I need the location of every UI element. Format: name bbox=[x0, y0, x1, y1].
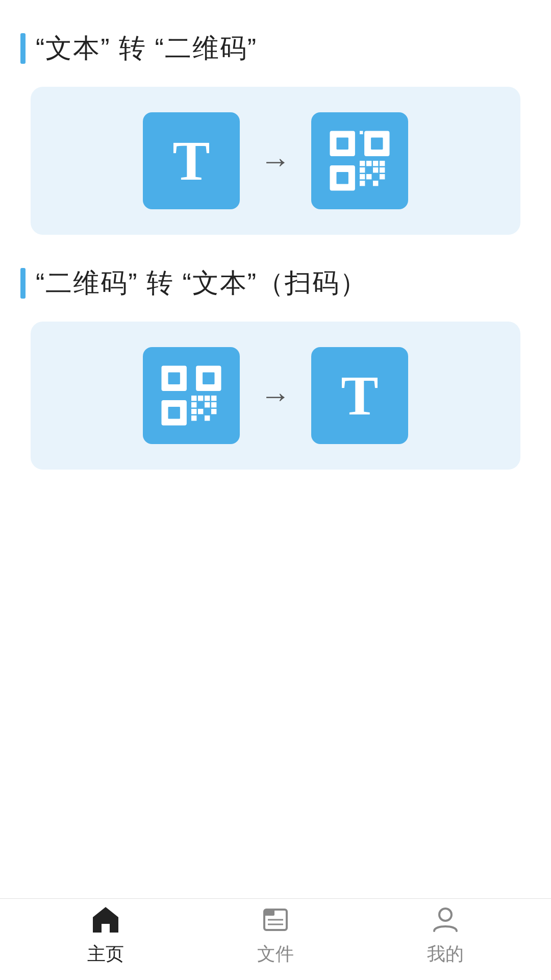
qr-code-icon-2 bbox=[158, 362, 224, 429]
svg-rect-17 bbox=[366, 174, 371, 179]
section-bar-1 bbox=[20, 33, 26, 64]
svg-rect-10 bbox=[366, 161, 371, 166]
nav-files-label: 文件 bbox=[257, 942, 294, 967]
svg-rect-34 bbox=[205, 396, 210, 401]
mine-icon bbox=[428, 902, 463, 938]
svg-rect-15 bbox=[380, 167, 385, 173]
nav-home[interactable]: 主页 bbox=[55, 902, 157, 967]
svg-rect-41 bbox=[211, 409, 216, 414]
svg-rect-18 bbox=[380, 174, 385, 179]
svg-rect-32 bbox=[191, 396, 196, 401]
svg-rect-9 bbox=[360, 161, 365, 166]
svg-rect-8 bbox=[337, 172, 348, 184]
svg-rect-19 bbox=[360, 181, 365, 186]
nav-files[interactable]: 文件 bbox=[224, 902, 327, 967]
qr-icon-box-1 bbox=[311, 112, 408, 209]
svg-rect-38 bbox=[211, 402, 216, 407]
section-text-to-qr: “文本” 转 “二维码” T → bbox=[20, 31, 531, 235]
svg-rect-45 bbox=[264, 910, 274, 916]
text-letter-icon: T bbox=[172, 133, 210, 189]
files-icon bbox=[258, 902, 293, 938]
section-header-2: “二维码” 转 “文本”（扫码） bbox=[20, 265, 531, 301]
svg-rect-43 bbox=[205, 415, 210, 421]
card-qr-to-text[interactable]: → T bbox=[31, 322, 520, 470]
svg-rect-11 bbox=[373, 161, 378, 166]
qr-icon-box-2 bbox=[143, 347, 240, 444]
svg-rect-37 bbox=[205, 402, 210, 407]
section-title-1: “文本” 转 “二维码” bbox=[36, 31, 257, 66]
section-bar-2 bbox=[20, 268, 26, 299]
text-icon-box-2: T bbox=[311, 347, 408, 444]
text-letter-icon-2: T bbox=[341, 368, 378, 424]
svg-rect-42 bbox=[191, 415, 196, 421]
svg-rect-33 bbox=[198, 396, 203, 401]
svg-rect-13 bbox=[360, 167, 365, 173]
nav-home-label: 主页 bbox=[87, 942, 124, 967]
svg-rect-25 bbox=[168, 373, 180, 384]
svg-rect-12 bbox=[380, 161, 385, 166]
arrow-icon-1: → bbox=[260, 143, 291, 179]
svg-rect-28 bbox=[203, 373, 214, 384]
main-content: “文本” 转 “二维码” T → bbox=[0, 0, 551, 582]
bottom-nav: 主页 文件 我的 bbox=[0, 898, 551, 980]
arrow-icon-2: → bbox=[260, 378, 291, 413]
svg-rect-36 bbox=[191, 402, 196, 407]
card-text-to-qr[interactable]: T → bbox=[31, 87, 520, 235]
section-header-1: “文本” 转 “二维码” bbox=[20, 31, 531, 66]
text-icon-box: T bbox=[143, 112, 240, 209]
svg-rect-20 bbox=[373, 181, 378, 186]
svg-rect-35 bbox=[211, 396, 216, 401]
nav-mine[interactable]: 我的 bbox=[394, 902, 496, 967]
section-qr-to-text: “二维码” 转 “文本”（扫码） bbox=[20, 265, 531, 470]
nav-mine-label: 我的 bbox=[427, 942, 464, 967]
svg-rect-40 bbox=[198, 409, 203, 414]
svg-rect-5 bbox=[371, 138, 383, 150]
svg-rect-39 bbox=[191, 409, 196, 414]
qr-code-icon-1 bbox=[327, 128, 393, 194]
svg-rect-14 bbox=[373, 167, 378, 173]
section-title-2: “二维码” 转 “文本”（扫码） bbox=[36, 265, 367, 301]
home-icon bbox=[88, 902, 123, 938]
svg-rect-31 bbox=[168, 407, 180, 419]
svg-point-48 bbox=[439, 909, 452, 921]
svg-rect-2 bbox=[337, 138, 348, 150]
svg-rect-16 bbox=[360, 174, 365, 179]
svg-rect-21 bbox=[360, 131, 363, 135]
